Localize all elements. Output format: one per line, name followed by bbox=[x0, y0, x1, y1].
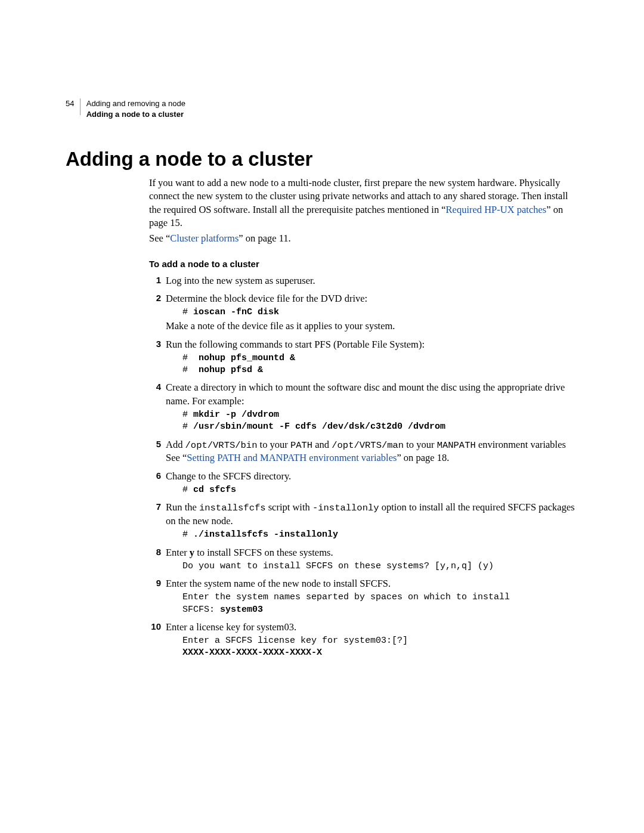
step-7-m2: -installonly bbox=[312, 503, 379, 513]
step-10: Enter a license key for system03. Enter … bbox=[149, 621, 578, 659]
header-chapter: Adding and removing a node bbox=[86, 99, 185, 108]
link-required-patches[interactable]: Required HP-UX patches bbox=[446, 204, 547, 215]
page-header: 54 Adding and removing a node Adding a n… bbox=[66, 98, 578, 119]
header-divider bbox=[80, 98, 80, 115]
step-9-text: Enter the system name of the new node to… bbox=[166, 578, 391, 589]
step-5-m2: PATH bbox=[290, 440, 312, 451]
procedure-heading: To add a node to a cluster bbox=[149, 258, 578, 270]
step-9: Enter the system name of the new node to… bbox=[149, 577, 578, 616]
page-number: 54 bbox=[66, 98, 74, 109]
step-8: Enter y to install SFCFS on these system… bbox=[149, 546, 578, 573]
step-1: Log into the new system as superuser. bbox=[149, 274, 578, 287]
step-5-m4: MANPATH bbox=[437, 440, 476, 451]
link-path-manpath[interactable]: Setting PATH and MANPATH environment var… bbox=[187, 452, 397, 463]
header-section: Adding a node to a cluster bbox=[86, 110, 184, 119]
step-4-code: # mkdir -p /dvdrom # /usr/sbin/mount -F … bbox=[182, 409, 578, 433]
step-5-m3: /opt/VRTS/man bbox=[332, 440, 404, 451]
section-title: Adding a node to a cluster bbox=[66, 148, 578, 171]
step-6-code: # cd sfcfs bbox=[182, 484, 578, 496]
step-5-see-a: See “ bbox=[166, 452, 187, 463]
step-5-t3: and bbox=[312, 439, 332, 450]
step-9-code: Enter the system names separted by space… bbox=[182, 592, 578, 616]
step-5-see-b: ” on page 18. bbox=[397, 452, 449, 463]
step-8-t2: to install SFCFS on these systems. bbox=[194, 547, 333, 558]
step-8-code: Do you want to install SFCFS on these sy… bbox=[182, 561, 578, 572]
body-content: If you want to add a new node to a multi… bbox=[149, 176, 578, 659]
step-8-t1: Enter bbox=[166, 547, 190, 558]
step-3-text: Run the following commands to start PFS … bbox=[166, 339, 425, 350]
step-7: Run the installsfcfs script with -instal… bbox=[149, 501, 578, 541]
procedure-steps: Log into the new system as superuser. De… bbox=[149, 274, 578, 659]
step-10-text: Enter a license key for system03. bbox=[166, 621, 296, 633]
intro-see: See “Cluster platforms” on page 11. bbox=[149, 232, 578, 245]
step-7-t1: Run the bbox=[166, 501, 199, 513]
see-prefix: See “ bbox=[149, 233, 170, 244]
step-1-text: Log into the new system as superuser. bbox=[166, 275, 315, 286]
step-6: Change to the SFCFS directory. # cd sfcf… bbox=[149, 470, 578, 497]
step-5-m1: /opt/VRTS/bin bbox=[185, 440, 258, 451]
step-5-t1: Add bbox=[166, 439, 185, 450]
step-8-bold: y bbox=[190, 547, 194, 558]
see-suffix: ” on page 11. bbox=[239, 233, 290, 244]
step-5-t2: to your bbox=[257, 439, 290, 450]
step-5: Add /opt/VRTS/bin to your PATH and /opt/… bbox=[149, 438, 578, 465]
step-7-t2: script with bbox=[266, 501, 312, 513]
step-10-code: Enter a SFCFS license key for system03:[… bbox=[182, 635, 578, 659]
step-2-text-b: Make a note of the device file as it app… bbox=[166, 320, 395, 332]
step-5-t4: to your bbox=[404, 439, 436, 450]
intro-paragraph: If you want to add a new node to a multi… bbox=[149, 176, 578, 230]
page: 54 Adding and removing a node Adding a n… bbox=[0, 0, 644, 724]
step-2-code: # ioscan -fnC disk bbox=[182, 306, 578, 318]
step-4-text: Create a directory in which to mount the… bbox=[166, 382, 565, 406]
link-cluster-platforms[interactable]: Cluster platforms bbox=[170, 233, 239, 244]
step-6-text: Change to the SFCFS directory. bbox=[166, 470, 291, 482]
step-2: Determine the block device file for the … bbox=[149, 292, 578, 333]
step-4: Create a directory in which to mount the… bbox=[149, 381, 578, 433]
step-3: Run the following commands to start PFS … bbox=[149, 338, 578, 377]
step-2-text: Determine the block device file for the … bbox=[166, 293, 367, 304]
step-7-m1: installsfcfs bbox=[199, 503, 266, 513]
step-5-t5: environment variables bbox=[476, 439, 566, 450]
step-7-code: # ./installsfcfs -installonly bbox=[182, 529, 578, 541]
step-3-code: # nohup pfs_mountd & # nohup pfsd & bbox=[182, 352, 578, 377]
